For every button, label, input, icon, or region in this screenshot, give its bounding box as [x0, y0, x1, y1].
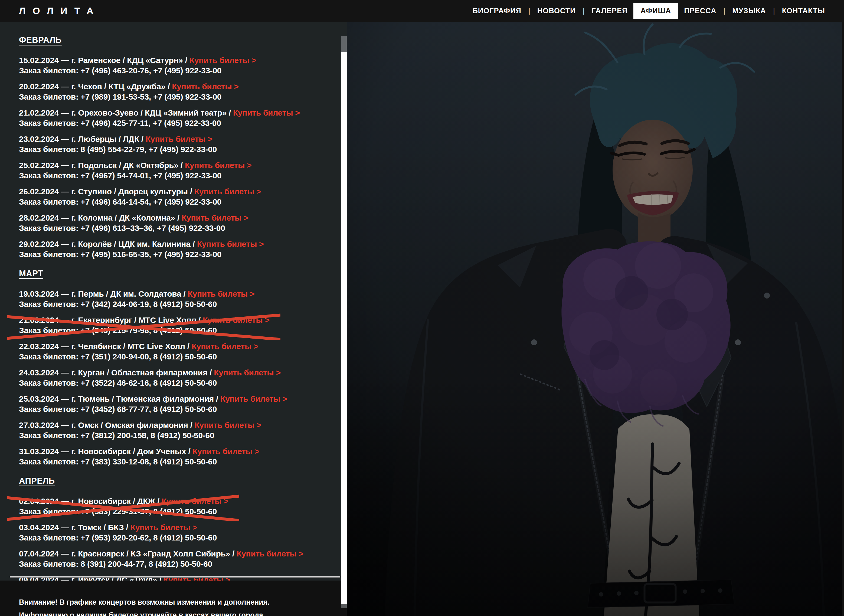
footer-note: Внимание! В графике концертов возможны и… — [0, 581, 347, 616]
scrollbar[interactable] — [341, 36, 347, 608]
event-date-city: 27.03.2024 — г. Омск / Омская филармония… — [19, 421, 195, 430]
event-date-city: 02.04.2024 — г. Новосибирск / ДКЖ / — [19, 497, 161, 506]
event-row: 03.04.2024 — г. Томск / БКЗ / Купить бил… — [19, 522, 336, 543]
event-phones: Заказ билетов: +7 (3452) 68-77-77, 8 (49… — [19, 404, 336, 414]
event-row: 29.02.2024 — г. Королёв / ЦДК им. Калини… — [19, 239, 336, 260]
buy-tickets-link[interactable]: Купить билеты > — [172, 82, 239, 91]
scrollbar-thumb[interactable] — [341, 36, 347, 52]
event-phones: Заказ билетов: +7 (496) 463-20-76, +7 (4… — [19, 66, 336, 76]
event-phones: Заказ билетов: +7 (3812) 200-158, 8 (491… — [19, 430, 336, 441]
notice-line-2: Информацию о наличии билетов уточняйте в… — [19, 609, 347, 616]
buy-tickets-link[interactable]: Купить билеты > — [192, 342, 258, 351]
nav-item-gallery[interactable]: ГАЛЕРЕЯ — [586, 3, 634, 18]
nav-separator: | — [582, 7, 586, 15]
event-phones: Заказ билетов: 8 (391) 200-44-77, 8 (491… — [19, 559, 336, 569]
buy-tickets-link[interactable]: Купить билеты > — [145, 135, 213, 144]
event-date-city: 20.02.2024 — г. Чехов / КТЦ «Дружба» / — [19, 82, 172, 91]
buy-tickets-link[interactable]: Купить билеты > — [189, 56, 256, 65]
event-row: 20.02.2024 — г. Чехов / КТЦ «Дружба» / К… — [19, 81, 336, 102]
schedule-panel: ФЕВРАЛЬ15.02.2024 — г. Раменское / КДЦ «… — [0, 22, 347, 581]
event-row: 31.03.2024 — г. Новосибирск / Дом Ученых… — [19, 446, 336, 467]
event-row: 19.03.2024 — г. Пермь / ДК им. Солдатова… — [19, 289, 336, 309]
event-row: 25.02.2024 — г. Подольск / ДК «Октябрь» … — [19, 160, 336, 181]
event-date-city: 03.04.2024 — г. Томск / БКЗ / — [19, 523, 131, 532]
buy-tickets-link[interactable]: Купить билеты > — [194, 187, 261, 196]
event-row: 22.03.2024 — г. Челябинск / МТС Live Хол… — [19, 341, 336, 362]
event-date-city: 19.03.2024 — г. Пермь / ДК им. Солдатова… — [19, 289, 188, 298]
event-row: 28.02.2024 — г. Коломна / ДК «Коломна» /… — [19, 213, 336, 233]
event-row: 25.03.2024 — г. Тюмень / Тюменская филар… — [19, 394, 336, 414]
event-phones: Заказ билетов: +7 (342) 244-06-19, 8 (49… — [19, 299, 336, 309]
buy-tickets-link[interactable]: Купить билеты > — [195, 421, 261, 430]
event-phones: Заказ билетов: +7 (989) 191-53-53, +7 (4… — [19, 92, 336, 102]
concert-list: ФЕВРАЛЬ15.02.2024 — г. Раменское / КДЦ «… — [0, 22, 347, 581]
event-row: 27.03.2024 — г. Омск / Омская филармония… — [19, 420, 336, 441]
event-row: 15.02.2024 — г. Раменское / КДЦ «Сатурн»… — [19, 55, 336, 76]
event-date-city: 23.02.2024 — г. Люберцы / ЛДК / — [19, 135, 145, 144]
buy-tickets-link[interactable]: Купить билеты > — [197, 239, 264, 248]
event-phones: Заказ билетов: +7 (4967) 54-74-01, +7 (4… — [19, 170, 336, 181]
event-date-city: 28.02.2024 — г. Коломна / ДК «Коломна» / — [19, 213, 182, 222]
buy-tickets-link[interactable]: Купить билеты > — [233, 108, 300, 117]
nav-item-biography[interactable]: БИОГРАФИЯ — [467, 3, 527, 18]
event-date-city: 07.04.2024 — г. Красноярск / КЗ «Гранд Х… — [19, 549, 236, 558]
event-phones: Заказ билетов: +7 (496) 613–33–36, +7 (4… — [19, 223, 336, 233]
site-header: ЛОЛИТА БИОГРАФИЯ|НОВОСТИ|ГАЛЕРЕЯАФИШАПРЕ… — [0, 0, 844, 22]
buy-tickets-link[interactable]: Купить билеты > — [131, 523, 197, 532]
event-phones: Заказ билетов: 8 (495) 554-22-79, +7 (49… — [19, 144, 336, 154]
nav-item-afisha[interactable]: АФИША — [633, 3, 678, 19]
event-date-city: 31.03.2024 — г. Новосибирск / Дом Ученых… — [19, 447, 193, 456]
divider — [10, 576, 340, 578]
event-date-city: 26.02.2024 — г. Ступино / Дворец культур… — [19, 187, 194, 196]
buy-tickets-link[interactable]: Купить билеты > — [188, 289, 255, 298]
nav-separator: | — [772, 7, 776, 15]
buy-tickets-link[interactable]: Купить билеты > — [203, 315, 270, 324]
buy-tickets-link[interactable]: Купить билеты > — [236, 549, 304, 558]
nav-item-news[interactable]: НОВОСТИ — [531, 3, 582, 18]
event-date-city: 21.03.2024 — г. Екатеринбург / МТС Live … — [19, 315, 203, 324]
buy-tickets-link[interactable]: Купить билеты > — [220, 395, 287, 403]
month-header: МАРТ — [19, 269, 43, 279]
artist-portrait-illustration — [347, 22, 842, 616]
artist-photo — [347, 22, 842, 616]
event-row: 07.04.2024 — г. Красноярск / КЗ «Гранд Х… — [19, 549, 336, 569]
event-row: 23.02.2024 — г. Люберцы / ЛДК / Купить б… — [19, 134, 336, 154]
event-phones: Заказ билетов: +7 (351) 240-94-00, 8 (49… — [19, 352, 336, 362]
nav-separator: | — [722, 7, 726, 15]
page: ЛОЛИТА БИОГРАФИЯ|НОВОСТИ|ГАЛЕРЕЯАФИШАПРЕ… — [0, 0, 844, 616]
event-date-city: 15.02.2024 — г. Раменское / КДЦ «Сатурн»… — [19, 56, 189, 65]
event-row: 02.04.2024 — г. Новосибирск / ДКЖ / Купи… — [19, 496, 336, 517]
event-phones: Заказ билетов: +7 (383) 330-12-08, 8 (49… — [19, 456, 336, 467]
event-date-city: 25.02.2024 — г. Подольск / ДК «Октябрь» … — [19, 161, 185, 170]
buy-tickets-link[interactable]: Купить билеты > — [161, 497, 229, 506]
month-header: АПРЕЛЬ — [19, 476, 55, 486]
buy-tickets-link[interactable]: Купить билеты > — [214, 368, 281, 377]
event-date-city: 21.02.2024 — г. Орехово-Зуево / КДЦ «Зим… — [19, 108, 233, 117]
nav-item-contacts[interactable]: КОНТАКТЫ — [776, 3, 831, 18]
buy-tickets-link[interactable]: Купить билеты > — [185, 161, 252, 170]
notice-line-1: Внимание! В графике концертов возможны и… — [19, 596, 347, 609]
nav-separator: | — [527, 7, 531, 15]
event-date-city: 29.02.2024 — г. Королёв / ЦДК им. Калини… — [19, 239, 197, 248]
buy-tickets-link[interactable]: Купить билеты > — [193, 447, 260, 456]
month-header: ФЕВРАЛЬ — [19, 35, 62, 45]
nav-item-press[interactable]: ПРЕССА — [678, 3, 722, 18]
event-phones: Заказ билетов: +7 (343) 215-79-98, 8 (49… — [19, 325, 336, 336]
event-phones: Заказ билетов: +7 (495) 516-65-35, +7 (4… — [19, 249, 336, 260]
event-date-city: 25.03.2024 — г. Тюмень / Тюменская филар… — [19, 395, 220, 403]
event-row: 21.02.2024 — г. Орехово-Зуево / КДЦ «Зим… — [19, 108, 336, 128]
nav-item-music[interactable]: МУЗЫКА — [726, 3, 772, 18]
event-date-city: 24.03.2024 — г. Курган / Областная филар… — [19, 368, 214, 377]
main-nav: БИОГРАФИЯ|НОВОСТИ|ГАЛЕРЕЯАФИШАПРЕССА|МУЗ… — [467, 0, 831, 22]
scrollbar-down-button[interactable] — [341, 604, 347, 608]
event-phones: Заказ билетов: +7 (383) 229-31-37, 8 (49… — [19, 506, 336, 517]
event-phones: Заказ билетов: +7 (953) 920-20-62, 8 (49… — [19, 532, 336, 543]
buy-tickets-link[interactable]: Купить билеты > — [182, 213, 248, 222]
event-phones: Заказ билетов: +7 (3522) 46-62-16, 8 (49… — [19, 378, 336, 388]
logo[interactable]: ЛОЛИТА — [19, 6, 100, 16]
event-phones: Заказ билетов: +7 (496) 644-14-54, +7 (4… — [19, 197, 336, 207]
event-date-city: 22.03.2024 — г. Челябинск / МТС Live Хол… — [19, 342, 192, 351]
event-phones: Заказ билетов: +7 (496) 425-77-11, +7 (4… — [19, 118, 336, 128]
event-row: 21.03.2024 — г. Екатеринбург / МТС Live … — [19, 315, 336, 336]
event-row: 24.03.2024 — г. Курган / Областная филар… — [19, 368, 336, 388]
